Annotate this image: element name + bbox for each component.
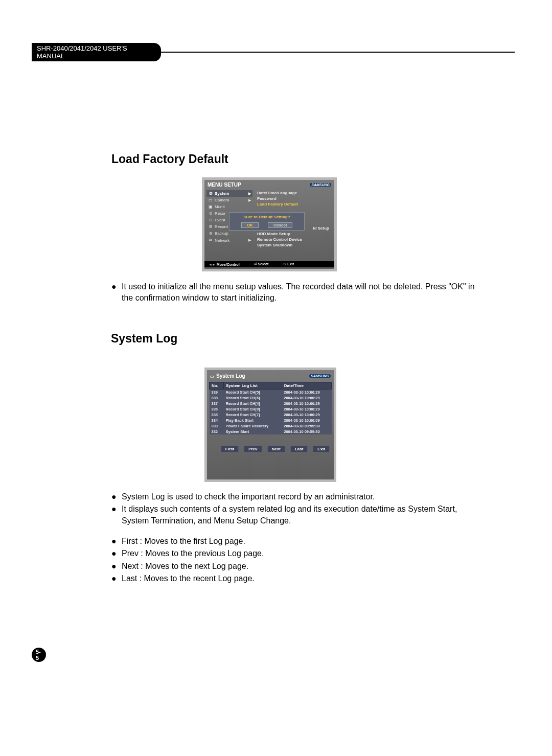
log-table: No. System Log List Date/Time 339Record … xyxy=(209,382,332,434)
event-icon: ⊙ xyxy=(208,218,213,222)
table-header-row: No. System Log List Date/Time xyxy=(210,382,332,390)
ok-button[interactable]: OK xyxy=(241,222,259,228)
system-log-titlebar: ▭System Log SAMSUNG xyxy=(209,372,332,382)
section2-bullets-a: ●System Log is used to check the importa… xyxy=(111,491,479,528)
table-row[interactable]: 339Record Start CH[5]2004-03-10 10:00:29 xyxy=(210,390,332,396)
table-row[interactable]: 338Record Start CH[6]2004-03-10 10:00:29 xyxy=(210,395,332,401)
table-row[interactable]: 335Record Start CH[7]2004-03-10 10:00:29 xyxy=(210,412,332,418)
bullet-icon: ● xyxy=(111,503,116,526)
cell-log: Play Back Start xyxy=(224,418,282,423)
page-number: 5-5 xyxy=(32,648,46,662)
cell-datetime: 2004-03-10 09:59:38 xyxy=(282,423,331,429)
backup-icon: ⊚ xyxy=(208,231,213,236)
bullet-icon: ● xyxy=(111,536,116,547)
footer-exit: Exit xyxy=(287,262,294,266)
table-row[interactable]: 332System Start2004-03-10 09:59:30 xyxy=(210,429,332,434)
schedule-icon: ⊞ xyxy=(208,224,213,229)
system-icon: ⚙ xyxy=(208,191,213,196)
cell-log: System Start xyxy=(224,429,282,434)
menu-setup-title: MENU SETUP xyxy=(208,182,241,188)
arrow-right-icon: ▶ xyxy=(248,192,251,196)
section-2-title: System Log xyxy=(111,332,177,346)
bullet-icon: ● xyxy=(111,281,116,304)
brand-logo: SAMSUNG xyxy=(310,183,331,187)
system-log-window: ▭System Log SAMSUNG No. System Log List … xyxy=(207,370,334,479)
table-row[interactable]: 337Record Start CH[4]2004-03-10 10:00:29 xyxy=(210,401,332,406)
cell-log: Record Start CH[6] xyxy=(224,395,282,401)
table-row[interactable]: 336Record Start CH[0]2004-03-10 10:00:29 xyxy=(210,406,332,412)
cell-no: 337 xyxy=(210,401,224,406)
bullet-item: ●Last : Moves to the recent Log page. xyxy=(111,573,479,584)
cell-no: 335 xyxy=(210,412,224,418)
last-button[interactable]: Last xyxy=(290,446,308,452)
next-button[interactable]: Next xyxy=(267,446,285,452)
cell-datetime: 2004-03-10 10:00:29 xyxy=(282,412,331,418)
cell-datetime: 2004-03-10 10:00:29 xyxy=(282,390,331,396)
cell-log: Record Start CH[4] xyxy=(224,401,282,406)
menu-setup-titlebar: MENU SETUP SAMSUNG xyxy=(204,180,334,190)
submenu-datetime[interactable]: Date/Time/Language xyxy=(256,190,332,196)
arrow-right-icon: ▶ xyxy=(248,238,251,242)
system-log-icon: ▭ xyxy=(210,374,214,379)
bullet-icon: ● xyxy=(111,491,116,502)
footer-select: Select xyxy=(258,262,269,266)
bullet-item: ●It used to initialize all the menu setu… xyxy=(111,281,479,304)
cell-no: 332 xyxy=(210,429,224,434)
network-icon: ⧉ xyxy=(208,238,213,243)
cell-datetime: 2004-03-10 09:59:30 xyxy=(282,429,331,434)
bullet-icon: ● xyxy=(111,573,116,584)
submenu-factory-default[interactable]: Load Faotory Default xyxy=(256,201,332,207)
bullet-item: ●First : Moves to the first Log page. xyxy=(111,536,479,547)
exit-button[interactable]: Exit xyxy=(313,446,330,452)
menu-item-system[interactable]: ⚙System▶ xyxy=(206,190,252,197)
cell-datetime: 2004-03-10 10:00:09 xyxy=(282,418,331,423)
cell-datetime: 2004-03-10 10:00:29 xyxy=(282,406,331,412)
exit-key-icon: ▭ xyxy=(283,262,286,266)
menu-item-network[interactable]: ⧉Network▶ xyxy=(206,237,252,244)
bullet-item: ●It displays such contents of a system r… xyxy=(111,503,479,526)
col-no: No. xyxy=(210,382,224,390)
submenu-hdd[interactable]: HDD Mode Setup xyxy=(256,231,332,237)
section2-bullets-b: ●First : Moves to the first Log page. ●P… xyxy=(111,536,479,586)
cell-log: Record Start CH[7] xyxy=(224,412,282,418)
section-1-title: Load Factory Default xyxy=(111,152,228,166)
table-row[interactable]: 333Power Failure Recorery2004-03-10 09:5… xyxy=(210,423,332,429)
bullet-item: ●Prev : Moves to the previous Log page. xyxy=(111,548,479,559)
menu-item-backup[interactable]: ⊚Backup xyxy=(206,230,252,237)
section1-bullets: ●It used to initialize all the menu setu… xyxy=(111,281,479,305)
cell-log: Record Start CH[0] xyxy=(224,406,282,412)
table-row[interactable]: 334Play Back Start2004-03-10 10:00:09 xyxy=(210,418,332,423)
first-button[interactable]: First xyxy=(221,446,239,452)
record-icon: ⊙ xyxy=(208,211,213,216)
bullet-icon: ● xyxy=(111,561,116,572)
cell-datetime: 2004-03-10 10:00:29 xyxy=(282,401,331,406)
menu-item-camera[interactable]: ▭Camera▶ xyxy=(206,197,252,203)
footer-hints: ◄►Move/Control ⏎Select ▭Exit xyxy=(204,261,334,267)
monitor-icon: ▣ xyxy=(208,204,213,209)
bullet-item: ●Next : Moves to the next Log page. xyxy=(111,561,479,572)
submenu-remote[interactable]: Remote Control Device xyxy=(256,237,332,242)
cancel-button[interactable]: Cencel xyxy=(268,222,292,228)
bullet-item: ●System Log is used to check the importa… xyxy=(111,491,479,502)
move-key-icon: ◄► xyxy=(209,263,216,266)
select-key-icon: ⏎ xyxy=(254,262,257,266)
cell-datetime: 2004-03-10 10:00:29 xyxy=(282,395,331,401)
footer-move: Move/Control xyxy=(217,263,240,266)
cell-log: Power Failure Recorery xyxy=(224,423,282,429)
cell-no: 338 xyxy=(210,395,224,401)
submenu-shutdown[interactable]: System Shutdown xyxy=(256,242,332,248)
header-line xyxy=(32,52,515,53)
prev-button[interactable]: Prev xyxy=(244,446,262,452)
cell-no: 336 xyxy=(210,406,224,412)
menu-setup-screenshot: MENU SETUP SAMSUNG ⚙System▶ ▭Camera▶ ▣Mo… xyxy=(202,177,337,271)
system-log-screenshot: ▭System Log SAMSUNG No. System Log List … xyxy=(204,368,336,482)
cell-no: 333 xyxy=(210,423,224,429)
cell-no: 339 xyxy=(210,390,224,396)
brand-logo: SAMSUNG xyxy=(309,374,331,378)
log-nav-buttons: First Prev Next Last Exit xyxy=(209,446,332,452)
col-loglist: System Log List xyxy=(224,382,282,390)
submenu-password[interactable]: Password xyxy=(256,196,332,201)
menu-item-monitoring[interactable]: ▣Monit xyxy=(206,203,252,210)
confirm-dialog: Sure to Default Setting? OK Cencel xyxy=(229,212,305,231)
menu-setup-window: MENU SETUP SAMSUNG ⚙System▶ ▭Camera▶ ▣Mo… xyxy=(204,180,334,269)
